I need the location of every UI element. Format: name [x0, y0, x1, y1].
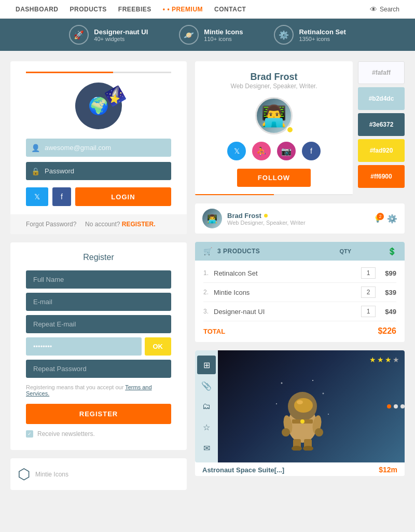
swatch-2[interactable]: #3e6372	[358, 113, 405, 136]
login-footer: Forgot Password? No account? REGISTER.	[10, 214, 187, 234]
banner-icon-0: 🚀	[69, 25, 89, 45]
avatar-wrap: 👨‍💻	[255, 97, 293, 134]
search-icon: 👁	[370, 5, 377, 13]
product-price-3: $49	[376, 308, 396, 316]
facebook-login-button[interactable]: f	[52, 187, 71, 206]
register-email-input[interactable]	[26, 293, 171, 311]
mini-actions: 💡 2 ⚙️	[374, 214, 397, 224]
password-input[interactable]	[26, 162, 171, 180]
qty-input-1[interactable]	[361, 267, 376, 279]
swatch-4[interactable]: #ff6900	[358, 165, 405, 188]
profile-title: Web Designer, Speaker, Writer.	[205, 83, 342, 90]
banner-sub-1: 110+ icons	[204, 36, 243, 42]
nav-freebies[interactable]: FREEBIES	[118, 6, 151, 13]
svg-point-2	[323, 393, 324, 394]
register-button[interactable]: REGISTER	[26, 404, 171, 424]
banner-item-1[interactable]: 🪐 Mintie Icons 110+ icons	[179, 25, 243, 45]
grid-icon-button[interactable]: ⊞	[197, 356, 216, 374]
star-icon-button[interactable]: ☆	[197, 418, 216, 436]
register-link[interactable]: REGISTER.	[122, 221, 156, 228]
swatch-3[interactable]: #fad920	[358, 139, 405, 162]
cart-icon: 🛒	[203, 247, 212, 255]
dot-3[interactable]	[400, 404, 405, 408]
table-row: 1. Retinalcon Set $99	[203, 264, 396, 283]
nav-products[interactable]: PRODUCTS	[70, 6, 107, 13]
profile-accent	[195, 194, 353, 195]
profile-name: Brad Frost	[205, 72, 342, 83]
table-row: 3. Designer-naut UI $49	[203, 302, 396, 321]
product-num-1: 1.	[203, 269, 214, 277]
dribbble-button[interactable]: ⛹	[252, 142, 271, 160]
repeat-password-input[interactable]	[26, 360, 171, 378]
settings-icon[interactable]: ⚙️	[387, 214, 397, 224]
svg-point-12	[315, 428, 323, 436]
product-name-2: Mintie Icons	[214, 289, 361, 296]
card-icon-button[interactable]: 🗂	[197, 397, 216, 416]
nav-dashboard[interactable]: DASHBOARD	[16, 6, 59, 13]
svg-point-3	[276, 403, 277, 404]
mail-icon-button[interactable]: ✉	[197, 439, 216, 457]
swatch-1[interactable]: #b2d4dc	[358, 87, 405, 110]
newsletter-checkbox[interactable]: ✓	[26, 430, 33, 438]
dot-1[interactable]	[387, 404, 391, 408]
products-title: 3 PRODUCTS	[217, 248, 334, 255]
swatch-0[interactable]: #fafaff	[358, 61, 405, 84]
forgot-password-label[interactable]: Forgot Password?	[26, 221, 76, 228]
promo-banner: 🚀 Designer-naut UI 40+ widgets 🪐 Mintie …	[0, 19, 415, 51]
terms-text: Registering means that you accept our Te…	[26, 384, 171, 397]
twitter-button[interactable]: 𝕏	[227, 142, 246, 160]
twitter-login-button[interactable]: 𝕏	[26, 187, 48, 206]
follow-button[interactable]: FOLLOW	[237, 169, 311, 187]
products-header: 🛒 3 PRODUCTS QTY 💲	[195, 242, 405, 261]
svg-point-14	[300, 419, 305, 424]
qty-input-2[interactable]	[361, 287, 376, 298]
nav-contact[interactable]: CONTACT	[214, 6, 246, 13]
star-rating: ★ ★ ★ ★	[369, 356, 399, 364]
teaser-card: ⬡ Mintie Icons	[10, 458, 187, 490]
product-footer: Astronaut Space Suite[...] $12m	[195, 462, 405, 476]
register-title: Register	[26, 253, 171, 262]
instagram-button[interactable]: 📷	[277, 142, 296, 160]
teaser-icon: ⬡	[18, 466, 30, 483]
banner-item-0[interactable]: 🚀 Designer-naut UI 40+ widgets	[69, 25, 148, 45]
paperclip-icon-button[interactable]: 📎	[197, 376, 216, 395]
color-swatches: #fafaff #b2d4dc #3e6372 #fad920 #ff6900	[358, 61, 405, 188]
search-area: 👁 Search	[370, 5, 399, 13]
banner-title-1: Mintie Icons	[204, 28, 243, 36]
notification-badge: 2	[377, 213, 384, 220]
banner-item-2[interactable]: ⚙️ Retinalcon Set 1350+ icons	[274, 25, 345, 45]
dot-2[interactable]	[394, 404, 398, 408]
left-column: 🌍 🌠 👤 🔒 𝕏 f LOGIN Forgot Password?	[10, 61, 187, 490]
svg-point-11	[282, 428, 290, 436]
login-button[interactable]: LOGIN	[75, 187, 171, 206]
qty-input-3[interactable]	[361, 306, 376, 317]
banner-icon-2: ⚙️	[274, 25, 294, 45]
svg-point-0	[281, 383, 283, 384]
password-field[interactable]	[26, 337, 142, 356]
star-4: ★	[393, 356, 399, 364]
nav-premium[interactable]: • PREMIUM	[163, 6, 203, 13]
notifications-icon[interactable]: 💡 2	[374, 215, 382, 223]
product-name-1: Retinalcon Set	[214, 269, 361, 277]
social-icons: 𝕏 ⛹ 📷 f	[205, 142, 342, 160]
repeat-email-input[interactable]	[26, 315, 171, 333]
svg-point-1	[312, 380, 313, 381]
search-label[interactable]: Search	[380, 6, 399, 13]
facebook-button[interactable]: f	[302, 142, 321, 160]
star-3: ★	[385, 356, 392, 364]
products-card: 🛒 3 PRODUCTS QTY 💲 1. Retinalcon Set $99…	[195, 242, 405, 342]
password-field-wrap: 🔒	[26, 162, 171, 180]
mini-avatar-icon: 👨‍💻	[207, 214, 217, 224]
product-name-3: Designer-naut UI	[214, 308, 361, 316]
fullname-input[interactable]	[26, 270, 171, 289]
ok-button[interactable]: OK	[145, 337, 172, 356]
email-input[interactable]	[26, 139, 171, 157]
newsletter-label: Receive newsletters.	[37, 430, 95, 438]
profile-card: Brad Frost Web Designer, Speaker, Writer…	[195, 61, 353, 195]
carousel-dots	[387, 400, 405, 413]
login-accent	[26, 72, 171, 73]
product-price-1: $99	[376, 269, 396, 277]
table-row: 2. Mintie Icons $39	[203, 283, 396, 302]
banner-sub-2: 1350+ icons	[299, 36, 345, 42]
product-num-3: 3.	[203, 308, 214, 315]
